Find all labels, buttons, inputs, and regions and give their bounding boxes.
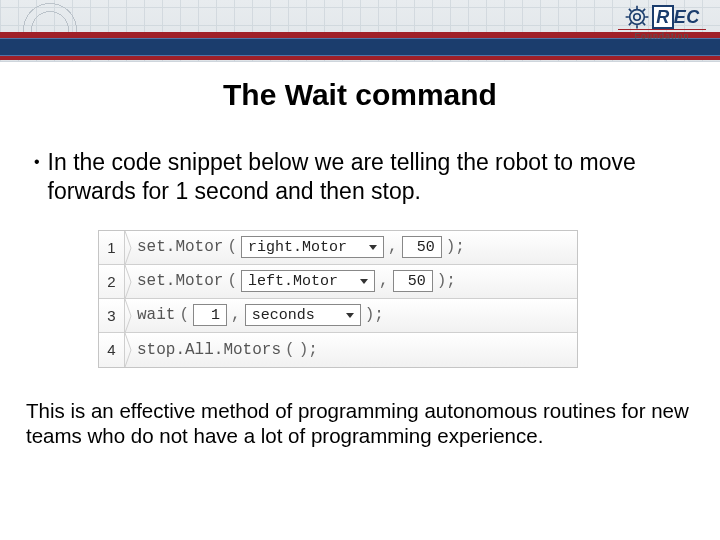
line-number: 1 <box>99 231 125 264</box>
code-line: 4 stop.All.Motors ( ); <box>99 333 577 367</box>
paren-close: ); <box>446 238 465 256</box>
code-line: 2 set.Motor ( left.Motor , 50 ); <box>99 265 577 299</box>
footer-text: This is an effective method of programmi… <box>26 398 694 448</box>
code-text: set.Motor ( left.Motor , 50 ); <box>133 270 456 292</box>
code-text: wait ( 1 , seconds ); <box>133 304 384 326</box>
duration-value: 1 <box>211 307 220 324</box>
motor-select[interactable]: right.Motor <box>241 236 384 258</box>
logo-text: REC <box>652 7 700 28</box>
line-notch-icon <box>125 299 133 332</box>
comma: , <box>379 272 389 290</box>
line-notch-icon <box>125 265 133 298</box>
code-text: set.Motor ( right.Motor , 50 ); <box>133 236 465 258</box>
line-notch-icon <box>125 231 133 264</box>
comma: , <box>388 238 398 256</box>
paren-open: ( <box>285 341 295 359</box>
bullet-item: • In the code snippet below we are telli… <box>0 112 720 206</box>
paren-open: ( <box>227 238 237 256</box>
function-name: stop.All.Motors <box>137 341 281 359</box>
combo-value: seconds <box>252 307 315 324</box>
header-banner: REC Foundation <box>0 0 720 62</box>
speed-input[interactable]: 50 <box>393 270 433 292</box>
comma: , <box>231 306 241 324</box>
rec-logo: REC Foundation <box>612 4 712 41</box>
function-name: set.Motor <box>137 272 223 290</box>
speed-value: 50 <box>408 273 426 290</box>
line-notch-icon <box>125 333 133 367</box>
page-title: The Wait command <box>0 78 720 112</box>
speed-input[interactable]: 50 <box>402 236 442 258</box>
duration-input[interactable]: 1 <box>193 304 227 326</box>
paren-open: ( <box>227 272 237 290</box>
gear-icon <box>624 4 650 30</box>
bullet-marker: • <box>34 153 40 171</box>
paren-open: ( <box>179 306 189 324</box>
svg-point-0 <box>630 10 645 25</box>
speed-value: 50 <box>417 239 435 256</box>
combo-value: right.Motor <box>248 239 347 256</box>
paren-close: ); <box>365 306 384 324</box>
logo-divider <box>618 29 706 30</box>
logo-letter-r: R <box>652 5 674 29</box>
combo-value: left.Motor <box>248 273 338 290</box>
code-line: 1 set.Motor ( right.Motor , 50 ); <box>99 231 577 265</box>
unit-select[interactable]: seconds <box>245 304 361 326</box>
chevron-down-icon <box>360 279 368 284</box>
bullet-text: In the code snippet below we are telling… <box>48 148 676 206</box>
chevron-down-icon <box>369 245 377 250</box>
logo-subtitle: Foundation <box>634 31 689 41</box>
code-snippet: 1 set.Motor ( right.Motor , 50 ); 2 set.… <box>98 230 578 368</box>
line-number: 3 <box>99 299 125 332</box>
motor-select[interactable]: left.Motor <box>241 270 375 292</box>
function-name: wait <box>137 306 175 324</box>
logo-letters-ec: EC <box>674 7 700 27</box>
code-line: 3 wait ( 1 , seconds ); <box>99 299 577 333</box>
stripe-red-bot <box>0 56 720 60</box>
paren-close: ); <box>437 272 456 290</box>
line-number: 2 <box>99 265 125 298</box>
paren-close: ); <box>299 341 318 359</box>
code-text: stop.All.Motors ( ); <box>133 341 318 359</box>
chevron-down-icon <box>346 313 354 318</box>
svg-point-1 <box>634 14 641 21</box>
function-name: set.Motor <box>137 238 223 256</box>
line-number: 4 <box>99 333 125 367</box>
